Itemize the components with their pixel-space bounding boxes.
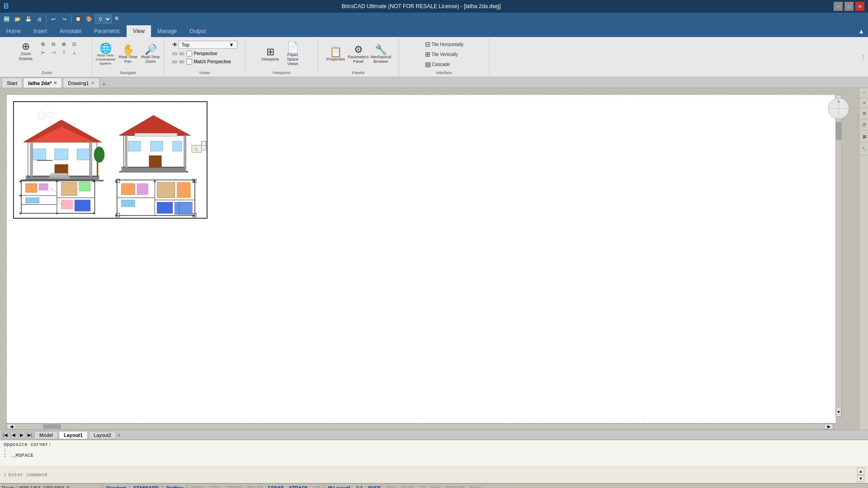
document-tab-bar: Start latha 2da* ✕ Drawing1 ✕ + <box>0 77 868 88</box>
status-hka[interactable]: HKA <box>429 483 443 488</box>
tab-annotate[interactable]: Annotate <box>53 25 88 37</box>
scroll-down-button[interactable]: ▼ <box>836 408 841 417</box>
realtime-zoom-button[interactable]: 🔎 Real-TimeZoom <box>140 42 161 67</box>
save-button[interactable]: 💾 <box>24 14 33 24</box>
right-panel-layers[interactable]: ≡ <box>859 98 868 108</box>
status-strack[interactable]: STRACK <box>288 483 310 488</box>
status-rt[interactable]: RT <box>418 483 428 488</box>
new-file-button[interactable]: 🆕 <box>2 14 12 24</box>
right-panel-grid[interactable]: ▦ <box>859 131 868 143</box>
close-latha2da-icon[interactable]: ✕ <box>53 80 57 85</box>
vertical-scrollbar[interactable]: ▲ ▼ <box>835 94 842 417</box>
add-layout-button[interactable]: + <box>117 432 121 439</box>
tile-horizontally-button[interactable]: ⊟ Tile Horizontally <box>423 40 466 49</box>
snap-toggle[interactable]: 🔲 <box>73 14 83 24</box>
layout-nav-first[interactable]: |◀ <box>2 432 9 439</box>
tab-drawing1[interactable]: Drawing1 ✕ <box>63 78 99 88</box>
undo-button[interactable]: ↩ <box>48 14 58 24</box>
status-coords[interactable]: 4690.1454, 1350.6904, 0 <box>19 486 100 488</box>
status-standard2[interactable]: STANDARD <box>132 483 160 488</box>
status-quad[interactable]: QUAD <box>400 483 416 488</box>
perspective-checkbox[interactable] <box>186 51 192 56</box>
layout-tab-layout2[interactable]: Layout2 <box>89 431 116 439</box>
status-scale[interactable]: 1:1 <box>354 483 364 488</box>
viewport-box[interactable]: 📐 <box>13 101 208 219</box>
cmd-scroll-up[interactable]: ▲ <box>857 468 864 475</box>
right-panel-properties[interactable]: ↕ <box>859 88 868 98</box>
cmd-scroll-down[interactable]: ▼ <box>857 475 864 482</box>
status-dyn[interactable]: DYN <box>385 483 398 488</box>
cascade-button[interactable]: ▤ Cascade <box>423 60 452 69</box>
status-snap[interactable]: SNAP <box>189 483 205 488</box>
tab-start[interactable]: Start <box>2 78 22 88</box>
match-perspective-checkbox[interactable] <box>186 59 192 65</box>
command-search[interactable]: 🔍 <box>113 14 123 24</box>
paper-space-views-button[interactable]: 📄 Paper SpaceViews <box>283 42 303 67</box>
zoom-6-btn[interactable]: ⊣ <box>48 48 58 56</box>
status-grid[interactable]: GRID <box>207 483 222 488</box>
color-picker[interactable]: 🎨 <box>84 14 94 24</box>
status-drafting[interactable]: Drafting <box>165 483 185 488</box>
close-drawing1-icon[interactable]: ✕ <box>91 80 94 85</box>
canvas-area[interactable]: 📐 ▲ ▼ ◀ ▶ N <box>0 88 859 430</box>
scroll-thumb-v[interactable] <box>836 122 841 140</box>
status-none[interactable]: None <box>469 483 483 488</box>
maximize-button[interactable]: □ <box>844 2 854 11</box>
zoom-8-btn[interactable]: ⊥ <box>69 48 79 56</box>
tab-home[interactable]: Home <box>0 25 27 37</box>
zoom-out-btn[interactable]: ⊟ <box>48 40 58 48</box>
zoom-win-btn[interactable]: ⊡ <box>69 40 79 48</box>
mechanical-browser-button[interactable]: 🔧 MechanicalBrowser <box>371 42 392 67</box>
viewports-button[interactable]: ⊞ Viewports <box>260 42 281 67</box>
tab-parametric[interactable]: Parametric <box>88 25 127 37</box>
layer-dropdown[interactable]: 0 <box>95 14 112 23</box>
tab-output[interactable]: Output <box>183 25 212 37</box>
parameters-panel-button[interactable]: ⚙ ParametersPanel <box>348 42 369 67</box>
zoom-7-btn[interactable]: ⊤ <box>59 48 69 56</box>
svg-rect-30 <box>135 133 177 137</box>
print-button[interactable]: 🖨 <box>34 14 44 24</box>
layout-tab-model[interactable]: Model <box>34 431 58 439</box>
tab-view[interactable]: View <box>127 25 151 37</box>
status-wt[interactable]: WT <box>311 483 322 488</box>
zoom-in-btn[interactable]: ⊞ <box>38 40 48 48</box>
close-button[interactable]: ✕ <box>855 2 864 11</box>
redo-button[interactable]: ↪ <box>59 14 69 24</box>
constrained-sphere-button[interactable]: 🌐 Real-TimeConstrained Sphere <box>95 42 116 67</box>
status-ducs[interactable]: DUCS <box>366 483 382 488</box>
zoom-extents-button[interactable]: ⊕ ZoomExtents <box>14 39 37 64</box>
right-panel-mechanical[interactable]: 🔧 <box>859 143 868 155</box>
layout-tab-layout1[interactable]: Layout1 <box>59 431 88 439</box>
scroll-right-button[interactable]: ▶ <box>824 424 833 429</box>
ribbon-collapse-button[interactable]: ▲ <box>854 25 868 37</box>
status-ortho[interactable]: ORTHO <box>224 483 244 488</box>
tab-manage[interactable]: Manage <box>151 25 183 37</box>
scroll-thumb-h[interactable] <box>43 424 61 429</box>
status-standard[interactable]: Standard <box>104 483 127 488</box>
zoom-5-btn[interactable]: ⊢ <box>38 48 48 56</box>
zoom-all-btn[interactable]: ⊠ <box>59 40 69 48</box>
status-mlayout[interactable]: M:Layout1 <box>326 483 353 488</box>
tab-latha2da[interactable]: latha 2da* ✕ <box>23 78 62 88</box>
svg-rect-8 <box>77 149 90 160</box>
views-dropdown[interactable]: Top ▼ <box>179 41 237 49</box>
scroll-left-button[interactable]: ◀ <box>7 424 16 429</box>
status-polar[interactable]: POLAR <box>245 483 264 488</box>
command-input[interactable] <box>9 472 857 478</box>
layout-nav-last[interactable]: ▶| <box>26 432 33 439</box>
tile-vertically-button[interactable]: ⊞ Tile Vertically <box>423 50 460 59</box>
new-tab-button[interactable]: + <box>100 80 108 88</box>
tab-insert[interactable]: Insert <box>27 25 53 37</box>
layout-nav-next[interactable]: ▶ <box>18 432 25 439</box>
right-panel-formulas[interactable]: f() <box>859 119 868 131</box>
horizontal-scrollbar[interactable]: ◀ ▶ <box>6 423 834 430</box>
status-esnap[interactable]: ESNAP <box>266 483 285 488</box>
realtime-pan-button[interactable]: ✋ Real-TimePan <box>118 42 138 67</box>
ribbon-right-collapse[interactable]: ⋮ <box>861 38 866 76</box>
status-dokuml[interactable]: DOKUML <box>444 483 467 488</box>
minimize-button[interactable]: ─ <box>834 2 843 11</box>
layout-nav-prev[interactable]: ◀ <box>10 432 17 439</box>
properties-panel-button[interactable]: 📋 Properties <box>326 42 346 67</box>
open-file-button[interactable]: 📂 <box>13 14 23 24</box>
right-panel-blocks[interactable]: ⊞ <box>859 108 868 119</box>
